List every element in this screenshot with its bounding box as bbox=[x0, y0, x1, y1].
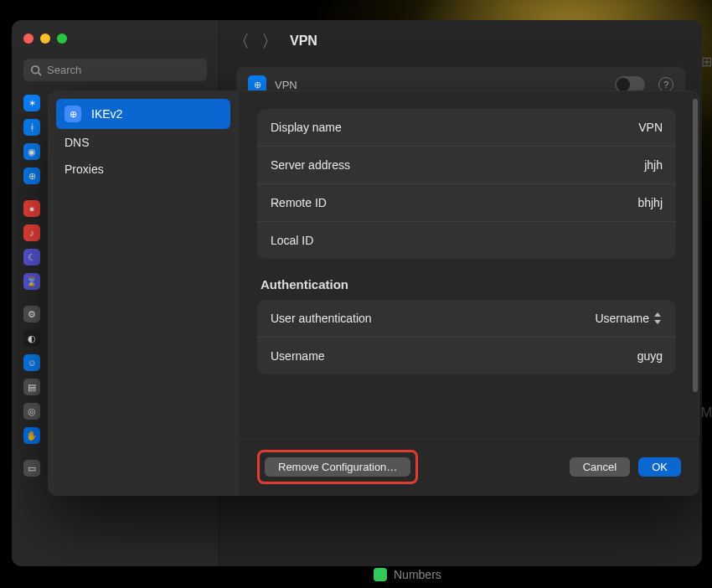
sheet-tab-dns[interactable]: DNS bbox=[56, 129, 230, 156]
select-value: Username bbox=[595, 312, 649, 325]
control-center-icon: ▤ bbox=[23, 379, 40, 395]
field-value: bhjhj bbox=[637, 196, 663, 209]
search-input[interactable]: Search bbox=[23, 59, 207, 81]
accessibility-icon: ☺ bbox=[23, 354, 40, 371]
general-icon: ⚙ bbox=[23, 306, 40, 322]
field-label: Server address bbox=[271, 158, 644, 172]
row-remote-id[interactable]: Remote ID bhjhj bbox=[257, 183, 676, 221]
numbers-app-icon bbox=[374, 568, 387, 581]
field-label: Username bbox=[271, 349, 637, 363]
desktop-dock-icon: ▭ bbox=[23, 460, 40, 477]
sheet-tab-proxies[interactable]: Proxies bbox=[56, 156, 230, 183]
row-server-address[interactable]: Server address jhjh bbox=[257, 146, 676, 183]
zoom-button[interactable] bbox=[57, 34, 67, 44]
sheet-tab-label: DNS bbox=[64, 136, 90, 149]
auth-group: User authentication Username Username gu… bbox=[257, 300, 676, 374]
field-label: Local ID bbox=[271, 234, 663, 247]
globe-icon: ⊕ bbox=[64, 106, 81, 122]
sheet-footer: Remove Configuration… Cancel OK bbox=[239, 437, 699, 496]
search-icon bbox=[30, 64, 42, 76]
field-label: User authentication bbox=[271, 312, 595, 325]
field-label: Display name bbox=[271, 121, 638, 134]
row-local-id[interactable]: Local ID bbox=[257, 221, 676, 259]
minimize-button[interactable] bbox=[40, 34, 50, 44]
vpn-icon: ⊕ bbox=[23, 168, 40, 184]
sheet-tab-ikev2[interactable]: ⊕ IKEv2 bbox=[56, 99, 230, 129]
row-username[interactable]: Username guyg bbox=[257, 337, 676, 374]
annotation-highlight: Remove Configuration… bbox=[257, 450, 418, 484]
connection-group: Display name VPN Server address jhjh Rem… bbox=[257, 109, 676, 259]
svg-point-0 bbox=[32, 65, 39, 73]
scrollbar[interactable] bbox=[693, 99, 698, 392]
back-button[interactable]: 〈 bbox=[233, 30, 250, 53]
search-placeholder: Search bbox=[47, 64, 81, 76]
vpn-config-sheet: ⊕ IKEv2 DNS Proxies Display name VPN Ser… bbox=[48, 90, 699, 496]
sheet-tab-label: Proxies bbox=[64, 162, 104, 176]
privacy-icon: ✋ bbox=[23, 427, 40, 444]
sheet-tab-label: IKEv2 bbox=[91, 107, 122, 121]
user-auth-select[interactable]: Username bbox=[595, 312, 663, 325]
network-icon: ◉ bbox=[23, 143, 40, 160]
sheet-main: Display name VPN Server address jhjh Rem… bbox=[239, 90, 699, 496]
siri-icon: ◎ bbox=[23, 403, 40, 420]
svg-line-1 bbox=[39, 72, 42, 75]
row-display-name[interactable]: Display name VPN bbox=[257, 109, 676, 146]
sound-icon: ♪ bbox=[23, 224, 40, 241]
vpn-entry-label: VPN bbox=[275, 79, 297, 91]
field-label: Remote ID bbox=[271, 196, 637, 209]
window-controls bbox=[12, 27, 219, 55]
wifi-icon: ✶ bbox=[23, 95, 40, 111]
field-value: jhjh bbox=[644, 158, 663, 172]
screen-time-icon: ⌛ bbox=[23, 273, 40, 290]
bluetooth-icon: ᚼ bbox=[23, 119, 40, 136]
cancel-button[interactable]: Cancel bbox=[570, 457, 630, 477]
focus-icon: ☾ bbox=[23, 249, 40, 266]
edge-letter: M bbox=[701, 405, 712, 420]
background-window-label: Numbers bbox=[394, 568, 441, 581]
ok-button[interactable]: OK bbox=[638, 457, 681, 477]
edge-glyph: ⊞ bbox=[701, 54, 712, 70]
auth-section-header: Authentication bbox=[257, 277, 676, 300]
field-value: VPN bbox=[638, 121, 663, 134]
page-title: VPN bbox=[290, 34, 317, 49]
sheet-sidebar: ⊕ IKEv2 DNS Proxies bbox=[48, 90, 239, 496]
field-value: guyg bbox=[637, 349, 663, 363]
row-user-auth[interactable]: User authentication Username bbox=[257, 300, 676, 337]
chevron-up-down-icon bbox=[653, 312, 663, 324]
remove-configuration-button[interactable]: Remove Configuration… bbox=[265, 457, 410, 477]
background-window-title: Numbers bbox=[374, 568, 441, 581]
appearance-icon: ◐ bbox=[23, 330, 40, 347]
sheet-scroll[interactable]: Display name VPN Server address jhjh Rem… bbox=[239, 90, 699, 437]
forward-button[interactable]: 〉 bbox=[261, 30, 278, 53]
close-button[interactable] bbox=[23, 34, 34, 44]
notifications-icon: ● bbox=[23, 200, 40, 217]
content-toolbar: 〈 〉 VPN bbox=[219, 20, 702, 62]
